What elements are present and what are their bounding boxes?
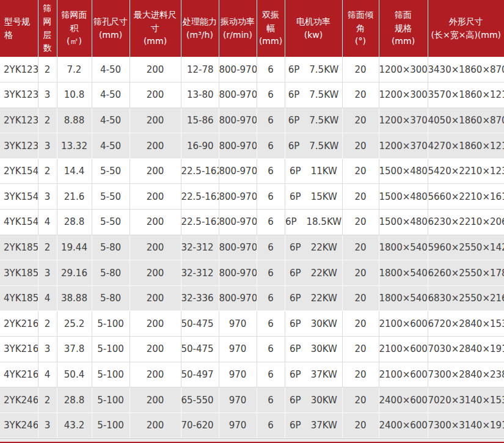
cell-layers: 4	[38, 362, 57, 387]
cell-feed: 200	[130, 311, 181, 337]
table-row: 2YK123027.24-5020012-78800-97066P7.5KW20…	[0, 57, 504, 82]
cell-amplitude: 6	[257, 133, 285, 159]
motor-pole-value: 6P	[290, 268, 301, 279]
cell-amplitude: 6	[257, 260, 285, 286]
cell-capacity: 13-80	[181, 82, 219, 108]
cell-vibration: 800-970	[219, 57, 257, 82]
cell-dims: 5420×2210×1230	[428, 158, 504, 184]
header-label-line: 层数	[40, 29, 56, 55]
header-label-line: 电机功率	[287, 15, 341, 29]
cell-surface: 2400×6000	[379, 387, 428, 413]
motor-power-value: 22KW	[311, 242, 337, 253]
cell-angle: 20	[342, 57, 379, 82]
cell-model: 4YK1548	[0, 210, 38, 235]
cell-surface: 1200×3000	[379, 57, 428, 82]
cell-surface: 2100×6000	[379, 362, 428, 387]
cell-amplitude: 6	[257, 184, 285, 210]
cell-hole: 5-100	[92, 387, 130, 413]
motor-power-value: 7.5KW	[309, 141, 338, 152]
cell-surface: 1500×4800	[379, 210, 428, 235]
header-label-line: (㎡)	[59, 35, 90, 48]
cell-motor: 6P22KW	[285, 260, 342, 286]
cell-surface: 2400×6000	[379, 412, 428, 438]
motor-power-value: 22KW	[311, 293, 337, 304]
cell-area: 8.88	[57, 108, 92, 133]
cell-area: 38.88	[57, 285, 92, 311]
motor-power-value: 30KW	[311, 395, 337, 406]
cell-vibration: 800-970	[219, 108, 257, 133]
cell-vibration: 800-970	[219, 285, 257, 311]
cell-angle: 20	[342, 235, 379, 260]
table-row: 2YK2160225.25-10020050-47597066P30KW2021…	[0, 311, 504, 337]
cell-hole: 4-50	[92, 133, 130, 159]
cell-area: 10.8	[57, 82, 92, 108]
col-header-feed: 最大进料尺寸(mm)	[130, 0, 181, 57]
cell-amplitude: 6	[257, 108, 285, 133]
motor-pole-value: 6P	[290, 242, 301, 253]
cell-motor: 6P7.5KW	[285, 133, 342, 159]
cell-capacity: 15-86	[181, 108, 219, 133]
table-row: 3YK1854329.165-8020032-312800-97066P22KW…	[0, 260, 504, 286]
cell-layers: 3	[38, 412, 57, 438]
cell-motor: 6P30KW	[285, 337, 342, 362]
cell-surface: 1500×4800	[379, 158, 428, 184]
spec-table-page: 型号规格筛网层数筛网面积(㎡)筛孔尺寸(mm)最大进料尺寸(mm)处理能力(m³…	[0, 0, 504, 443]
cell-capacity: 32-312	[181, 260, 219, 286]
cell-vibration: 800-970	[219, 184, 257, 210]
cell-layers: 2	[38, 108, 57, 133]
cell-motor: 6P22KW	[285, 285, 342, 311]
cell-vibration: 970	[219, 337, 257, 362]
col-header-motor: 电机功率(kw)	[285, 0, 342, 57]
cell-dims: 7020×3140×1530	[428, 387, 504, 413]
cell-capacity: 16-90	[181, 133, 219, 159]
header-label-line: 双振幅	[258, 9, 283, 35]
header-label-line: 处理能力	[183, 15, 217, 29]
cell-hole: 4-50	[92, 108, 130, 133]
cell-feed: 200	[130, 285, 181, 311]
cell-vibration: 800-970	[219, 158, 257, 184]
cell-hole: 5-80	[92, 285, 130, 311]
cell-dims: 3570×1860×1210	[428, 82, 504, 108]
cell-area: 29.16	[57, 260, 92, 286]
cell-motor: 6P30KW	[285, 387, 342, 413]
table-row: 3YK1548321.65-5020022.5-162800-97066P15K…	[0, 184, 504, 210]
cell-vibration: 970	[219, 311, 257, 337]
next-table-edge	[0, 438, 504, 443]
header-label-line: 振动功率	[221, 15, 255, 29]
cell-layers: 3	[38, 337, 57, 362]
vibrating-screen-spec-table: 型号规格筛网层数筛网面积(㎡)筛孔尺寸(mm)最大进料尺寸(mm)处理能力(m³…	[0, 0, 504, 438]
cell-amplitude: 6	[257, 158, 285, 184]
cell-layers: 3	[38, 82, 57, 108]
cell-feed: 200	[130, 362, 181, 387]
cell-layers: 2	[38, 387, 57, 413]
cell-hole: 5-100	[92, 412, 130, 438]
cell-hole: 4-50	[92, 82, 130, 108]
header-label-line: (mm)	[258, 35, 283, 48]
cell-surface: 1800×5400	[379, 285, 428, 311]
cell-vibration: 800-970	[219, 133, 257, 159]
cell-model: 3YK1548	[0, 184, 38, 210]
cell-vibration: 800-970	[219, 210, 257, 235]
cell-vibration: 970	[219, 412, 257, 438]
motor-power-value: 11KW	[311, 166, 337, 177]
motor-pole-value: 6P	[290, 369, 301, 380]
motor-pole-value: 6P	[290, 191, 301, 202]
cell-dims: 6830×2550×2160	[428, 285, 504, 311]
cell-feed: 200	[130, 184, 181, 210]
cell-area: 43.2	[57, 412, 92, 438]
cell-model: 3YK1854	[0, 260, 38, 286]
motor-power-value: 37KW	[311, 420, 337, 431]
motor-power-value: 7.5KW	[309, 64, 338, 75]
header-label-line: 筛面倾角	[344, 9, 378, 35]
cell-layers: 4	[38, 210, 57, 235]
cell-motor: 6P30KW	[285, 311, 342, 337]
cell-angle: 20	[342, 337, 379, 362]
motor-pole-value: 6P	[288, 64, 300, 75]
header-label-line: (mm)	[381, 35, 426, 48]
cell-area: 37.8	[57, 337, 92, 362]
header-label-line: (长×宽×高)(mm)	[429, 29, 503, 42]
table-row: 2YK1548214.45-5020022.5-162800-97066P11K…	[0, 158, 504, 184]
table-row: 3YK1230310.84-5020013-80800-97066P7.5KW2…	[0, 82, 504, 108]
header-label-line: 筛面	[381, 9, 426, 22]
cell-surface: 1200×3000	[379, 82, 428, 108]
